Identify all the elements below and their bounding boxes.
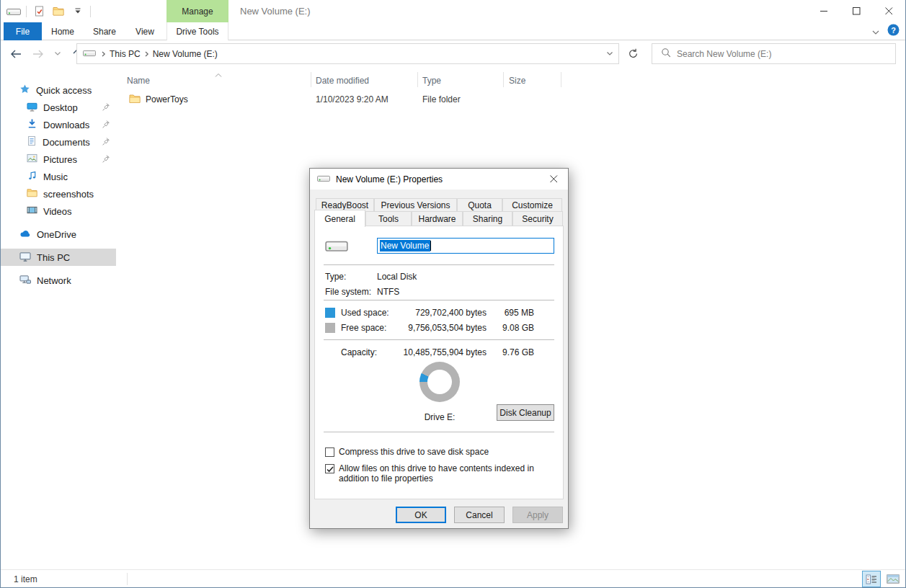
new-folder-icon[interactable] (51, 4, 66, 19)
text-cursor (430, 241, 431, 251)
tab-previous-versions[interactable]: Previous Versions (374, 198, 457, 212)
close-icon[interactable] (873, 0, 905, 22)
tab-quota[interactable]: Quota (457, 198, 502, 212)
toolbar-divider (90, 6, 91, 17)
file-type: File folder (422, 94, 461, 104)
sidebar-item-downloads[interactable]: Downloads (1, 116, 116, 133)
tab-drive-tools[interactable]: Drive Tools (166, 22, 228, 40)
checkbox[interactable] (325, 464, 334, 473)
drive-usage-donut (419, 362, 460, 402)
download-icon (27, 118, 37, 131)
apply-button[interactable]: Apply (512, 507, 563, 523)
sidebar-item-quick-access[interactable]: Quick access (1, 81, 116, 99)
tab-home[interactable]: Home (45, 22, 80, 40)
allow-indexing-checkbox[interactable]: Allow files on this drive to have conten… (325, 463, 556, 484)
tab-security[interactable]: Security (512, 211, 563, 226)
close-icon[interactable] (539, 169, 568, 190)
sidebar-item-this-pc[interactable]: This PC (1, 249, 116, 266)
thumbnail-view-icon[interactable] (884, 571, 902, 587)
sidebar-item-onedrive[interactable]: OneDrive (1, 226, 116, 243)
sidebar-item-screenshots[interactable]: screenshots (1, 185, 116, 202)
compress-drive-checkbox[interactable]: Compress this drive to save disk space (325, 447, 556, 457)
window-controls (808, 0, 905, 22)
tab-share[interactable]: Share (87, 22, 122, 40)
volume-label-input[interactable]: New Volume (377, 238, 554, 254)
collapse-ribbon-icon[interactable] (871, 25, 880, 38)
ribbon-tab-row: File Home Share View Drive Tools ? (1, 22, 905, 40)
breadcrumb-this-pc[interactable]: This PC (107, 49, 143, 59)
type-label: Type: (325, 272, 346, 282)
sidebar-item-network[interactable]: Network (1, 272, 116, 289)
ok-button[interactable]: OK (396, 507, 446, 523)
refresh-icon[interactable] (622, 43, 644, 64)
title-bar: Manage New Volume (E:) (1, 0, 905, 22)
disk-cleanup-button[interactable]: Disk Cleanup (497, 404, 554, 421)
search-placeholder: Search New Volume (E:) (677, 49, 771, 59)
customize-toolbar-icon[interactable] (71, 4, 85, 19)
drive-icon (325, 238, 348, 256)
column-headers: Name Date modified Type Size (116, 70, 906, 87)
file-row-powertoys[interactable]: PowerToys 1/10/2023 9:20 AM File folder (116, 92, 664, 107)
breadcrumb-new-volume[interactable]: New Volume (E:) (150, 49, 221, 59)
type-value: Local Disk (377, 272, 417, 282)
navigation-bar: This PC New Volume (E:) Search New Volum… (1, 40, 905, 67)
tab-file[interactable]: File (4, 22, 42, 40)
column-header-size[interactable]: Size (509, 76, 525, 86)
tab-customize[interactable]: Customize (502, 198, 562, 212)
star-icon (19, 84, 30, 97)
compress-drive-label: Compress this drive to save disk space (339, 447, 556, 457)
tab-general[interactable]: General (314, 210, 365, 227)
sidebar-item-desktop[interactable]: Desktop (1, 99, 116, 116)
drive-letter-label: Drive E: (404, 412, 476, 422)
sort-ascending-icon (214, 70, 223, 80)
address-dropdown-icon[interactable] (601, 51, 618, 56)
help-icon[interactable]: ? (887, 24, 900, 39)
pin-icon (102, 137, 110, 148)
folder-icon (27, 188, 37, 200)
properties-dialog: New Volume (E:) Properties ReadyBoost Pr… (309, 168, 569, 529)
sidebar-item-documents[interactable]: Documents (1, 133, 116, 151)
general-tab-page: New Volume Type: Local Disk File system:… (314, 226, 564, 499)
forward-icon[interactable] (30, 45, 46, 63)
folder-icon (129, 94, 141, 106)
back-icon[interactable] (8, 45, 24, 63)
free-space-size: 9.08 GB (491, 323, 534, 333)
navigation-pane: Quick access Desktop Downloads Documents… (1, 67, 116, 569)
capacity-size: 9.76 GB (491, 347, 534, 357)
sidebar-item-music[interactable]: Music (1, 168, 116, 185)
properties-icon[interactable] (32, 4, 46, 19)
file-date-modified: 1/10/2023 9:20 AM (316, 94, 388, 104)
minimize-icon[interactable] (808, 0, 840, 22)
used-space-size: 695 MB (491, 308, 534, 318)
music-icon (27, 170, 37, 183)
computer-icon (19, 251, 31, 264)
column-header-type[interactable]: Type (422, 76, 441, 86)
search-input[interactable]: Search New Volume (E:) (652, 43, 896, 64)
recent-locations-icon[interactable] (53, 45, 63, 63)
sidebar-item-videos[interactable]: Videos (1, 202, 116, 220)
tab-view[interactable]: View (128, 22, 162, 40)
desktop-icon (27, 102, 37, 114)
maximize-icon[interactable] (840, 0, 873, 22)
column-header-date-modified[interactable]: Date modified (316, 76, 369, 86)
explorer-window: Manage New Volume (E:) File Home Share V… (0, 0, 906, 588)
checkbox[interactable] (325, 447, 334, 457)
column-header-name[interactable]: Name (127, 76, 150, 86)
document-icon (27, 135, 37, 148)
drive-icon (6, 4, 21, 19)
address-bar[interactable]: This PC New Volume (E:) (76, 43, 619, 64)
video-icon (27, 205, 37, 217)
free-space-label: Free space: (341, 323, 386, 333)
details-view-icon[interactable] (862, 571, 881, 587)
tab-sharing[interactable]: Sharing (463, 211, 512, 226)
pin-icon (102, 154, 110, 165)
sidebar-item-pictures[interactable]: Pictures (1, 151, 116, 168)
cancel-button[interactable]: Cancel (454, 507, 505, 523)
pin-icon (102, 120, 110, 130)
tab-tools[interactable]: Tools (365, 211, 412, 226)
cloud-icon (19, 229, 31, 240)
breadcrumb-chevron-icon (143, 50, 150, 58)
tab-hardware[interactable]: Hardware (412, 211, 463, 226)
used-space-legend-swatch (325, 308, 335, 318)
manage-contextual-tab[interactable]: Manage (166, 0, 228, 22)
